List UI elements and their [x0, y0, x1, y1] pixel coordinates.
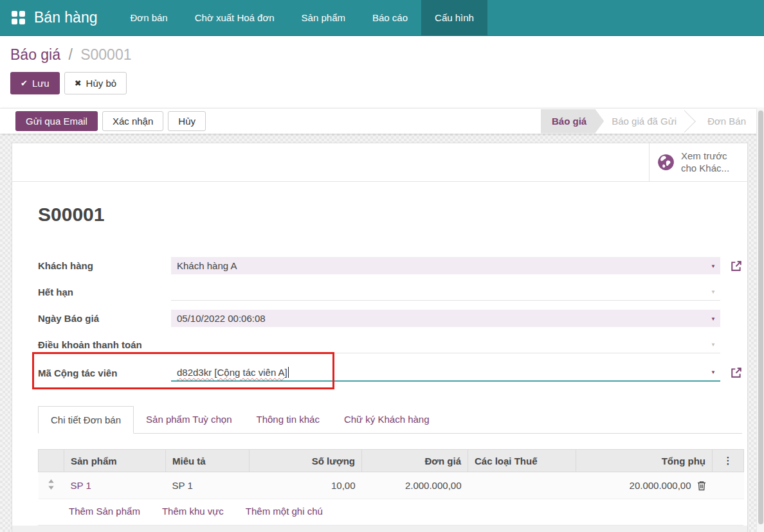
- payment-terms-field[interactable]: ▼: [171, 337, 720, 353]
- tab-order-lines[interactable]: Chi tiết Đơn bán: [38, 406, 134, 434]
- cell-quantity[interactable]: 10,00: [250, 472, 362, 499]
- step-quotation[interactable]: Báo giá: [541, 109, 604, 134]
- cell-description[interactable]: SP 1: [166, 472, 250, 499]
- sheet-bottom-band: [12, 526, 747, 532]
- breadcrumb-separator: /: [68, 46, 72, 63]
- vertical-scrollbar[interactable]: [756, 108, 764, 532]
- field-row-customer: Khách hàng Khách hàng A ▼: [38, 253, 742, 279]
- field-row-collaborator-code: Mã Cộng tác viên d82d3kr [Cộng tác viên …: [38, 358, 742, 387]
- step-quotation-sent[interactable]: Báo giá đã Gửi: [604, 109, 684, 134]
- cell-product[interactable]: SP 1: [64, 472, 166, 499]
- cell-subtotal[interactable]: 20.000.000,00: [576, 472, 713, 499]
- statusbar: Gửi qua Email Xác nhận Hủy Báo giá Báo g…: [0, 108, 764, 134]
- statusbar-buttons: Gửi qua Email Xác nhận Hủy: [15, 111, 206, 131]
- check-icon: ✔: [21, 78, 28, 88]
- quotation-date-field-value: 05/10/2022 00:06:08: [171, 313, 266, 324]
- column-header-quantity[interactable]: Số lượng: [250, 450, 362, 472]
- collaborator-external-link-icon[interactable]: [720, 367, 742, 378]
- apps-grid-icon: [12, 11, 25, 24]
- caret-down-icon[interactable]: ▼: [711, 263, 716, 269]
- breadcrumb: Báo giá / S00001: [10, 46, 754, 64]
- column-header-unit-price[interactable]: Đơn giá: [362, 450, 468, 472]
- column-header-subtotal[interactable]: Tổng phụ: [576, 450, 713, 472]
- breadcrumb-parent-link[interactable]: Báo giá: [10, 46, 60, 63]
- drag-handle-icon: [48, 479, 55, 490]
- table-row[interactable]: SP 1 SP 1 10,00 2.000.000,00 20.000.000,…: [39, 472, 744, 499]
- collaborator-code-field[interactable]: d82d3kr [Cộng tác viên A] ▼: [171, 364, 720, 382]
- close-icon: ✖: [75, 78, 82, 88]
- form-view-background: Xem trước cho Khác... S00001 Khách hàng …: [0, 134, 764, 532]
- customer-external-link-icon[interactable]: [720, 260, 742, 272]
- nav-item-san-pham[interactable]: Sản phẩm: [288, 0, 359, 35]
- top-navbar: Bán hàng Đơn bán Chờ xuất Hoá đơn Sản ph…: [0, 0, 764, 36]
- cell-taxes[interactable]: [468, 472, 576, 499]
- cell-subtotal-value: 20.000.000,00: [630, 480, 691, 491]
- form-sheet: Xem trước cho Khác... S00001 Khách hàng …: [12, 143, 748, 532]
- tab-optional-products[interactable]: Sản phẩm Tuỳ chọn: [134, 406, 244, 434]
- scrollbar-thumb[interactable]: [758, 111, 763, 524]
- column-header-product[interactable]: Sản phẩm: [64, 450, 166, 472]
- step-sales-order[interactable]: Đơn Bán: [700, 109, 754, 134]
- caret-down-icon[interactable]: ▼: [711, 289, 716, 295]
- globe-icon: [657, 154, 675, 171]
- quotation-date-field[interactable]: 05/10/2022 00:06:08 ▼: [171, 310, 720, 327]
- form-area: S00001 Khách hàng Khách hàng A ▼ Hết hạn: [12, 182, 747, 526]
- quotation-date-field-label: Ngày Báo giá: [38, 313, 171, 324]
- nav-item-cho-xuat-hoa-don[interactable]: Chờ xuất Hoá đơn: [181, 0, 288, 35]
- nav-item-cau-hinh[interactable]: Cấu hình: [421, 0, 487, 35]
- field-row-expiration: Hết hạn ▼: [38, 279, 742, 305]
- caret-down-icon[interactable]: ▼: [711, 315, 716, 321]
- sheet-header: Xem trước cho Khác...: [12, 143, 747, 182]
- add-note-link[interactable]: Thêm một ghi chú: [246, 506, 323, 517]
- nav-item-bao-cao[interactable]: Báo cáo: [359, 0, 421, 35]
- cancel-button[interactable]: Hủy: [168, 111, 206, 131]
- cell-unit-price[interactable]: 2.000.000,00: [362, 472, 468, 499]
- collaborator-code-field-value: d82d3kr [Cộng tác viên A]: [171, 367, 287, 378]
- optional-columns-kebab-icon[interactable]: ⋮: [713, 450, 744, 472]
- handle-column-header: [39, 450, 64, 472]
- cell-row-options: [713, 472, 744, 499]
- field-row-payment-terms: Điều khoản thanh toán ▼: [38, 332, 742, 358]
- customer-preview-button[interactable]: Xem trước cho Khác...: [649, 143, 747, 181]
- discard-button[interactable]: ✖ Hủy bỏ: [64, 72, 127, 94]
- tab-customer-signature[interactable]: Chữ ký Khách hàng: [332, 406, 442, 434]
- delete-row-button[interactable]: [697, 481, 706, 491]
- add-product-link[interactable]: Thêm Sản phẩm: [69, 506, 140, 517]
- column-header-taxes[interactable]: Các loại Thuế: [468, 450, 576, 472]
- payment-terms-field-label: Điều khoản thanh toán: [38, 339, 171, 350]
- statusbar-steps: Báo giá Báo giá đã Gửi Đơn Bán: [541, 109, 754, 134]
- customer-field-value: Khách hàng A: [171, 260, 237, 271]
- customer-field-label: Khách hàng: [38, 260, 171, 271]
- apps-menu-button[interactable]: [0, 0, 34, 35]
- confirm-button[interactable]: Xác nhận: [102, 111, 163, 131]
- record-action-buttons: ✔ Lưu ✖ Hủy bỏ: [10, 72, 754, 94]
- add-section-link[interactable]: Thêm khu vực: [162, 506, 224, 517]
- save-button[interactable]: ✔ Lưu: [10, 72, 60, 94]
- breadcrumb-current: S00001: [80, 46, 131, 63]
- text-cursor: [288, 367, 289, 378]
- table-footer-links: Thêm Sản phẩm Thêm khu vực Thêm một ghi …: [38, 499, 743, 526]
- table-header-row: Sản phẩm Miêu tả Số lượng Đơn giá Các lo…: [39, 450, 744, 472]
- control-panel: Báo giá / S00001 ✔ Lưu ✖ Hủy bỏ: [0, 36, 764, 108]
- notebook-tabs: Chi tiết Đơn bán Sản phẩm Tuỳ chọn Thông…: [38, 406, 742, 434]
- expiration-field[interactable]: ▼: [171, 284, 720, 301]
- app-title[interactable]: Bán hàng: [34, 0, 116, 35]
- drag-handle[interactable]: [39, 472, 64, 499]
- document-title: S00001: [38, 204, 742, 226]
- trash-icon: [697, 481, 706, 491]
- discard-button-label: Hủy bỏ: [86, 78, 117, 89]
- column-header-description[interactable]: Miêu tả: [166, 450, 250, 472]
- order-lines-table: Sản phẩm Miêu tả Số lượng Đơn giá Các lo…: [38, 449, 744, 499]
- expiration-field-label: Hết hạn: [38, 287, 171, 297]
- collaborator-code-field-label: Mã Cộng tác viên: [38, 368, 171, 378]
- chevron-right-icon: [684, 109, 700, 134]
- tab-other-info[interactable]: Thông tin khác: [244, 406, 331, 434]
- caret-down-icon[interactable]: ▼: [711, 369, 716, 375]
- nav-item-don-ban[interactable]: Đơn bán: [116, 0, 181, 35]
- customer-field[interactable]: Khách hàng A ▼: [171, 257, 720, 274]
- preview-button-label: Xem trước cho Khác...: [681, 150, 729, 175]
- save-button-label: Lưu: [32, 78, 50, 89]
- main-menu: Đơn bán Chờ xuất Hoá đơn Sản phẩm Báo cá…: [116, 0, 487, 35]
- send-by-email-button[interactable]: Gửi qua Email: [15, 111, 98, 131]
- caret-down-icon[interactable]: ▼: [711, 342, 716, 348]
